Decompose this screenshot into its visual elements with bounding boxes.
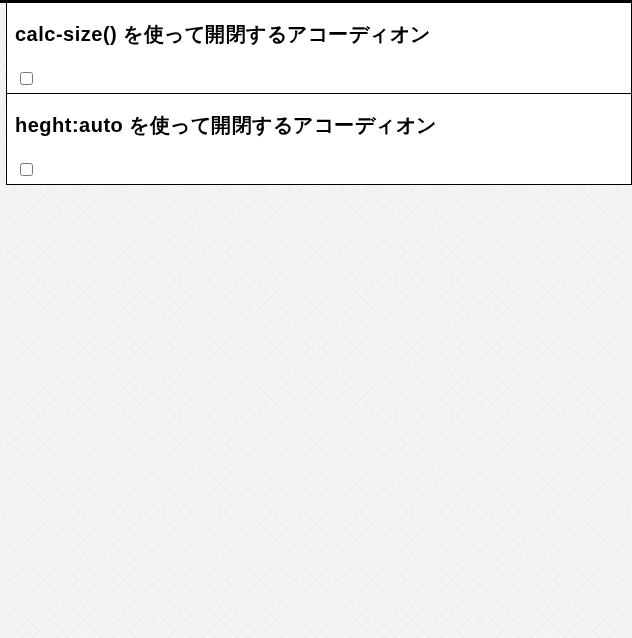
- checkbox-wrapper: [15, 72, 623, 85]
- accordion-toggle-checkbox[interactable]: [20, 163, 33, 176]
- accordion-section-height-auto: heght:auto を使って開閉するアコーディオン: [6, 94, 632, 185]
- accordion-title: calc-size() を使って開閉するアコーディオン: [15, 21, 623, 48]
- accordion-section-calc-size: calc-size() を使って開閉するアコーディオン: [6, 3, 632, 94]
- checkbox-wrapper: [15, 163, 623, 176]
- accordion-toggle-checkbox[interactable]: [20, 72, 33, 85]
- accordion-title: heght:auto を使って開閉するアコーディオン: [15, 112, 623, 139]
